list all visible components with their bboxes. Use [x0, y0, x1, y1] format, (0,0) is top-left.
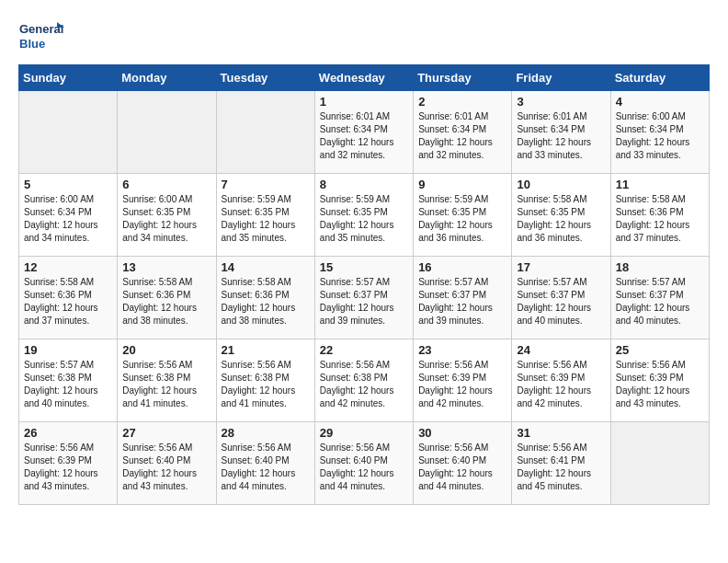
day-info: Sunrise: 5:58 AM Sunset: 6:36 PM Dayligh… — [122, 276, 210, 327]
day-info: Sunrise: 5:57 AM Sunset: 6:37 PM Dayligh… — [320, 276, 408, 327]
svg-text:Blue: Blue — [19, 37, 45, 51]
calendar-cell: 2Sunrise: 6:01 AM Sunset: 6:34 PM Daylig… — [414, 91, 512, 174]
calendar-week-row: 26Sunrise: 5:56 AM Sunset: 6:39 PM Dayli… — [19, 422, 710, 505]
day-number: 4 — [616, 95, 704, 109]
calendar-week-row: 1Sunrise: 6:01 AM Sunset: 6:34 PM Daylig… — [19, 91, 710, 174]
day-number: 19 — [24, 343, 112, 357]
day-number: 6 — [122, 178, 210, 191]
calendar-cell: 26Sunrise: 5:56 AM Sunset: 6:39 PM Dayli… — [19, 422, 118, 505]
calendar-cell: 17Sunrise: 5:57 AM Sunset: 6:37 PM Dayli… — [512, 257, 610, 339]
day-number: 7 — [222, 178, 310, 191]
day-number: 26 — [24, 426, 112, 440]
day-info: Sunrise: 5:56 AM Sunset: 6:40 PM Dayligh… — [320, 442, 408, 493]
calendar-cell: 20Sunrise: 5:56 AM Sunset: 6:38 PM Dayli… — [118, 339, 216, 422]
calendar-cell: 1Sunrise: 6:01 AM Sunset: 6:34 PM Daylig… — [314, 91, 413, 174]
day-number: 9 — [418, 178, 506, 191]
day-info: Sunrise: 5:58 AM Sunset: 6:36 PM Dayligh… — [24, 276, 112, 327]
day-number: 11 — [616, 178, 704, 191]
day-info: Sunrise: 6:00 AM Sunset: 6:34 PM Dayligh… — [24, 193, 112, 245]
calendar-cell — [610, 422, 709, 505]
day-info: Sunrise: 5:56 AM Sunset: 6:39 PM Dayligh… — [616, 359, 704, 410]
day-info: Sunrise: 6:01 AM Sunset: 6:34 PM Dayligh… — [320, 110, 408, 162]
calendar-cell: 29Sunrise: 5:56 AM Sunset: 6:40 PM Dayli… — [314, 422, 413, 505]
day-number: 22 — [320, 343, 408, 357]
day-info: Sunrise: 5:56 AM Sunset: 6:39 PM Dayligh… — [418, 359, 506, 410]
calendar-cell: 8Sunrise: 5:59 AM Sunset: 6:35 PM Daylig… — [314, 174, 413, 257]
day-info: Sunrise: 5:56 AM Sunset: 6:40 PM Dayligh… — [222, 442, 310, 493]
day-number: 23 — [418, 343, 506, 357]
calendar-cell: 3Sunrise: 6:01 AM Sunset: 6:34 PM Daylig… — [512, 91, 610, 174]
weekday-header-friday: Friday — [512, 65, 610, 91]
calendar-table: SundayMondayTuesdayWednesdayThursdayFrid… — [18, 64, 710, 505]
day-number: 13 — [122, 260, 210, 274]
calendar-cell: 31Sunrise: 5:56 AM Sunset: 6:41 PM Dayli… — [512, 422, 610, 505]
day-info: Sunrise: 5:59 AM Sunset: 6:35 PM Dayligh… — [222, 193, 310, 245]
day-info: Sunrise: 5:56 AM Sunset: 6:38 PM Dayligh… — [122, 359, 210, 410]
calendar-cell: 12Sunrise: 5:58 AM Sunset: 6:36 PM Dayli… — [19, 257, 118, 339]
day-info: Sunrise: 5:56 AM Sunset: 6:39 PM Dayligh… — [24, 442, 112, 493]
calendar-cell: 18Sunrise: 5:57 AM Sunset: 6:37 PM Dayli… — [610, 257, 709, 339]
calendar-cell: 6Sunrise: 6:00 AM Sunset: 6:35 PM Daylig… — [118, 174, 216, 257]
day-number: 24 — [517, 343, 605, 357]
calendar-cell: 25Sunrise: 5:56 AM Sunset: 6:39 PM Dayli… — [610, 339, 709, 422]
day-info: Sunrise: 5:56 AM Sunset: 6:38 PM Dayligh… — [320, 359, 408, 410]
day-info: Sunrise: 5:57 AM Sunset: 6:37 PM Dayligh… — [517, 276, 605, 327]
weekday-header-monday: Monday — [118, 65, 216, 91]
weekday-header-tuesday: Tuesday — [216, 65, 314, 91]
calendar-cell: 7Sunrise: 5:59 AM Sunset: 6:35 PM Daylig… — [216, 174, 314, 257]
logo-svg-icon: General Blue — [18, 18, 64, 55]
calendar-cell: 4Sunrise: 6:00 AM Sunset: 6:34 PM Daylig… — [610, 91, 709, 174]
weekday-header-saturday: Saturday — [610, 65, 709, 91]
day-number: 2 — [418, 95, 506, 109]
day-number: 14 — [222, 260, 310, 274]
calendar-cell: 16Sunrise: 5:57 AM Sunset: 6:37 PM Dayli… — [414, 257, 512, 339]
calendar-cell: 15Sunrise: 5:57 AM Sunset: 6:37 PM Dayli… — [314, 257, 413, 339]
calendar-cell — [118, 91, 216, 174]
day-number: 30 — [418, 426, 506, 440]
calendar-cell: 24Sunrise: 5:56 AM Sunset: 6:39 PM Dayli… — [512, 339, 610, 422]
day-info: Sunrise: 5:56 AM Sunset: 6:38 PM Dayligh… — [222, 359, 310, 410]
day-number: 31 — [517, 426, 605, 440]
calendar-cell: 23Sunrise: 5:56 AM Sunset: 6:39 PM Dayli… — [414, 339, 512, 422]
day-number: 18 — [616, 260, 704, 274]
calendar-cell: 13Sunrise: 5:58 AM Sunset: 6:36 PM Dayli… — [118, 257, 216, 339]
day-number: 28 — [222, 426, 310, 440]
calendar-week-row: 5Sunrise: 6:00 AM Sunset: 6:34 PM Daylig… — [19, 174, 710, 257]
day-number: 3 — [517, 95, 605, 109]
day-info: Sunrise: 6:01 AM Sunset: 6:34 PM Dayligh… — [418, 110, 506, 162]
day-info: Sunrise: 5:58 AM Sunset: 6:36 PM Dayligh… — [616, 193, 704, 245]
day-info: Sunrise: 5:56 AM Sunset: 6:40 PM Dayligh… — [418, 442, 506, 493]
day-info: Sunrise: 6:00 AM Sunset: 6:34 PM Dayligh… — [616, 110, 704, 162]
day-number: 20 — [122, 343, 210, 357]
calendar-cell — [216, 91, 314, 174]
page-header: General Blue — [18, 18, 710, 55]
day-info: Sunrise: 5:56 AM Sunset: 6:40 PM Dayligh… — [122, 442, 210, 493]
calendar-cell: 9Sunrise: 5:59 AM Sunset: 6:35 PM Daylig… — [414, 174, 512, 257]
calendar-cell: 19Sunrise: 5:57 AM Sunset: 6:38 PM Dayli… — [19, 339, 118, 422]
calendar-cell: 27Sunrise: 5:56 AM Sunset: 6:40 PM Dayli… — [118, 422, 216, 505]
day-number: 15 — [320, 260, 408, 274]
day-number: 12 — [24, 260, 112, 274]
day-number: 29 — [320, 426, 408, 440]
day-info: Sunrise: 5:57 AM Sunset: 6:38 PM Dayligh… — [24, 359, 112, 410]
day-number: 27 — [122, 426, 210, 440]
calendar-week-row: 12Sunrise: 5:58 AM Sunset: 6:36 PM Dayli… — [19, 257, 710, 339]
day-number: 10 — [517, 178, 605, 191]
calendar-cell: 14Sunrise: 5:58 AM Sunset: 6:36 PM Dayli… — [216, 257, 314, 339]
weekday-header-row: SundayMondayTuesdayWednesdayThursdayFrid… — [19, 65, 710, 91]
day-info: Sunrise: 5:59 AM Sunset: 6:35 PM Dayligh… — [418, 193, 506, 245]
day-number: 17 — [517, 260, 605, 274]
day-info: Sunrise: 5:59 AM Sunset: 6:35 PM Dayligh… — [320, 193, 408, 245]
day-info: Sunrise: 5:57 AM Sunset: 6:37 PM Dayligh… — [616, 276, 704, 327]
day-info: Sunrise: 6:01 AM Sunset: 6:34 PM Dayligh… — [517, 110, 605, 162]
day-number: 16 — [418, 260, 506, 274]
logo: General Blue — [18, 18, 68, 55]
day-number: 8 — [320, 178, 408, 191]
calendar-cell: 22Sunrise: 5:56 AM Sunset: 6:38 PM Dayli… — [314, 339, 413, 422]
calendar-cell: 21Sunrise: 5:56 AM Sunset: 6:38 PM Dayli… — [216, 339, 314, 422]
day-info: Sunrise: 5:58 AM Sunset: 6:36 PM Dayligh… — [222, 276, 310, 327]
calendar-week-row: 19Sunrise: 5:57 AM Sunset: 6:38 PM Dayli… — [19, 339, 710, 422]
day-info: Sunrise: 6:00 AM Sunset: 6:35 PM Dayligh… — [122, 193, 210, 245]
day-number: 21 — [222, 343, 310, 357]
calendar-cell: 5Sunrise: 6:00 AM Sunset: 6:34 PM Daylig… — [19, 174, 118, 257]
